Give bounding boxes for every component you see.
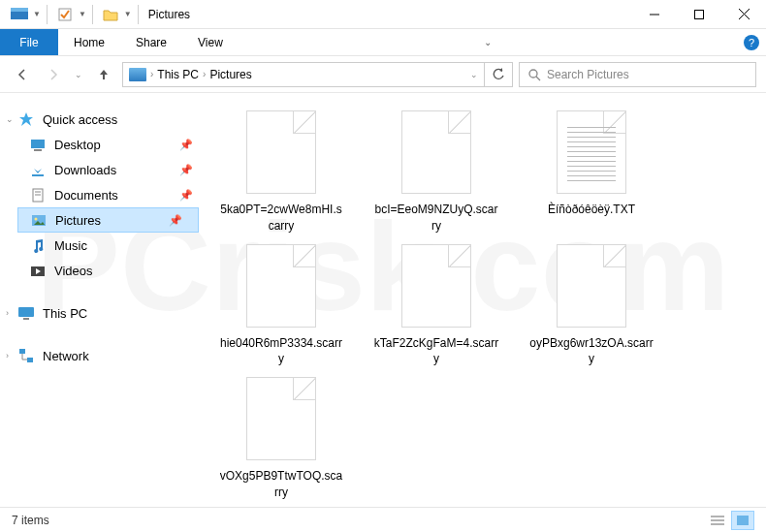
svg-rect-9 (31, 140, 45, 148)
file-item[interactable]: Èíñòðóêöèÿ.TXT (528, 110, 654, 235)
svg-rect-19 (23, 318, 29, 320)
chevron-down-icon: ⌄ (6, 114, 14, 124)
svg-rect-11 (32, 174, 44, 176)
ribbon-expand-icon[interactable]: ⌄ (473, 29, 502, 55)
nav-back-button[interactable] (10, 62, 35, 87)
svg-rect-20 (19, 349, 25, 354)
downloads-icon (29, 161, 47, 178)
file-item[interactable]: hie040R6mP3334.scarry (218, 244, 344, 368)
status-item-count: 7 items (12, 514, 49, 527)
file-item[interactable]: oyPBxg6wr13zOA.scarry (528, 244, 654, 368)
music-icon (29, 236, 47, 254)
pin-icon: 📌 (169, 214, 182, 227)
help-icon: ? (744, 35, 759, 50)
sidebar-item-label: Desktop (54, 138, 101, 152)
location-icon (129, 68, 146, 81)
titlebar: ▼ ▼ ▼ Pictures (0, 0, 766, 29)
search-placeholder: Search Pictures (547, 68, 629, 81)
sidebar-item-pictures[interactable]: Pictures📌 (17, 207, 199, 233)
sidebar-item-documents[interactable]: Documents📌 (17, 182, 208, 207)
chevron-right-icon: › (6, 308, 9, 318)
sidebar-item-label: Music (54, 238, 87, 253)
pin-icon: 📌 (179, 189, 193, 202)
file-name: vOXg5PB9TtwTOQ.scarry (218, 468, 344, 501)
minimize-button[interactable] (632, 0, 677, 29)
svg-point-7 (529, 70, 537, 78)
svg-rect-25 (737, 516, 749, 525)
sidebar-quickaccess-header[interactable]: ⌄ Quick access (17, 107, 208, 132)
sidebar-item-videos[interactable]: Videos (17, 258, 208, 283)
sidebar-label: Quick access (43, 112, 117, 127)
ribbon-tab-home[interactable]: Home (58, 29, 120, 55)
sidebar-item-label: Documents (54, 188, 118, 203)
file-name: 5ka0PT=2cwWe8mHI.scarry (218, 202, 344, 235)
svg-point-16 (35, 217, 38, 220)
ribbon-file-tab[interactable]: File (0, 29, 58, 55)
ribbon-tabs: File Home Share View ⌄ ? (0, 29, 766, 56)
sidebar-item-label: Videos (54, 264, 93, 278)
explorer-icon[interactable] (8, 4, 31, 25)
videos-icon (29, 262, 47, 279)
ribbon-tab-view[interactable]: View (182, 29, 239, 55)
svg-rect-18 (18, 307, 34, 317)
network-icon (17, 347, 35, 364)
close-button[interactable] (721, 0, 766, 29)
maximize-button[interactable] (677, 0, 721, 29)
navigation-pane: ⌄ Quick access Desktop📌Downloads📌Documen… (0, 93, 208, 507)
nav-forward-button[interactable] (41, 62, 66, 87)
sidebar-item-downloads[interactable]: Downloads📌 (17, 157, 208, 182)
breadcrumb-part-pictures[interactable]: Pictures (209, 68, 251, 81)
pin-icon: 📌 (179, 139, 193, 151)
nav-bar: ⌄ › This PC › Pictures ⌄ Search Pictures (0, 56, 766, 93)
svg-rect-1 (11, 8, 28, 12)
sidebar-item-music[interactable]: Music (17, 233, 208, 258)
file-icon (246, 377, 316, 460)
file-icon (401, 244, 471, 328)
file-item[interactable]: bcI=EeoM9NZUyQ.scarry (373, 110, 499, 235)
svg-line-8 (536, 77, 540, 80)
chevron-right-icon: › (203, 69, 206, 79)
ribbon-tab-share[interactable]: Share (120, 29, 182, 55)
search-icon (527, 68, 541, 81)
sidebar-label: Network (43, 349, 89, 363)
folder-icon[interactable] (99, 4, 122, 25)
documents-icon (29, 186, 47, 203)
sidebar-network[interactable]: › Network (17, 343, 208, 368)
chevron-right-icon: › (6, 351, 9, 360)
sidebar-item-desktop[interactable]: Desktop📌 (17, 132, 208, 157)
view-details-button[interactable] (706, 511, 729, 530)
file-item[interactable]: vOXg5PB9TtwTOQ.scarry (218, 377, 344, 501)
view-icons-button[interactable] (731, 511, 754, 530)
desktop-icon (29, 136, 47, 153)
refresh-button[interactable] (484, 62, 513, 87)
file-item[interactable]: kTaF2ZcKgFaM=4.scarry (373, 244, 499, 368)
chevron-right-icon: › (150, 69, 153, 79)
pin-icon: 📌 (179, 164, 193, 176)
breadcrumb-part-thispc[interactable]: This PC (157, 68, 199, 81)
qat-properties-icon[interactable] (53, 4, 77, 25)
file-icon (557, 110, 626, 194)
address-bar[interactable]: › This PC › Pictures ⌄ (122, 62, 485, 87)
address-dropdown-icon[interactable]: ⌄ (470, 70, 478, 79)
star-icon (17, 110, 35, 128)
help-button[interactable]: ? (737, 29, 766, 55)
svg-rect-21 (27, 358, 33, 362)
sidebar-thispc[interactable]: › This PC (17, 300, 208, 326)
search-input[interactable]: Search Pictures (519, 62, 756, 87)
file-item[interactable]: 5ka0PT=2cwWe8mHI.scarry (218, 110, 344, 235)
file-grid[interactable]: 5ka0PT=2cwWe8mHI.scarrybcI=EeoM9NZUyQ.sc… (208, 93, 766, 507)
main-area: ⌄ Quick access Desktop📌Downloads📌Documen… (0, 93, 766, 507)
file-icon (557, 244, 626, 328)
file-icon (401, 110, 471, 194)
sidebar-item-label: Downloads (54, 163, 116, 177)
file-name: oyPBxg6wr13zOA.scarry (528, 335, 654, 368)
status-bar: 7 items (0, 507, 766, 532)
window-title: Pictures (148, 8, 190, 21)
svg-rect-10 (34, 149, 42, 151)
nav-recent-dropdown[interactable]: ⌄ (72, 62, 85, 87)
file-icon (246, 110, 316, 194)
file-name: hie040R6mP3334.scarry (218, 335, 344, 368)
nav-up-button[interactable] (91, 62, 116, 87)
svg-rect-4 (695, 10, 704, 18)
file-name: kTaF2ZcKgFaM=4.scarry (373, 335, 499, 368)
